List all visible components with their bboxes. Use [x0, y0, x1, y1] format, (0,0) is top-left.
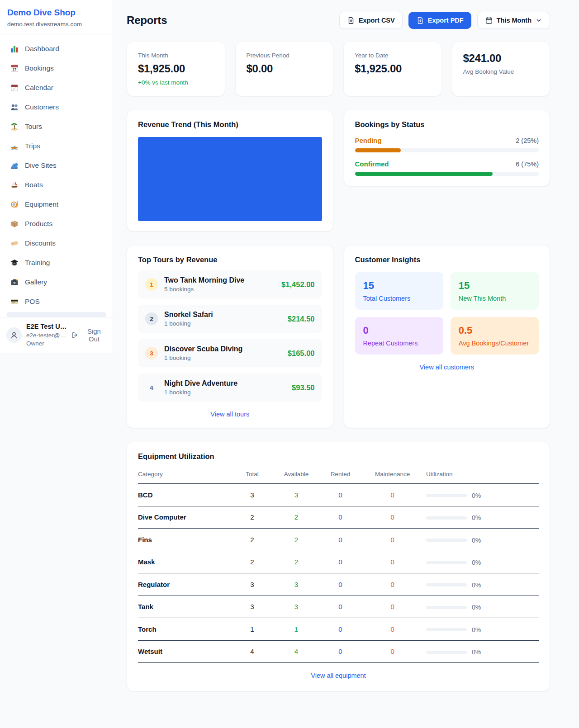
main-content: Reports Export CSV Export PDF This Month… [113, 0, 579, 719]
sidebar-item-bookings[interactable]: Bookings [5, 59, 107, 77]
cell-category: Fins [138, 529, 230, 551]
cell-available: 2 [274, 529, 318, 551]
sidebar-item-dashboard[interactable]: Dashboard [5, 40, 107, 58]
tour-revenue: $214.50 [288, 315, 315, 323]
sidebar-item-trips[interactable]: Trips [5, 137, 107, 155]
sidebar-item-label: Tours [25, 123, 42, 131]
insight-value: 15 [363, 280, 435, 292]
stat-trend: +0% vs last month [138, 79, 214, 86]
discounts-icon [10, 239, 19, 248]
tour-bookings: 5 bookings [164, 286, 275, 293]
table-row: Tank 3 3 0 0 0% [138, 596, 539, 618]
view-all-customers-link[interactable]: View all customers [355, 364, 539, 371]
avatar [6, 327, 22, 343]
training-icon [10, 258, 19, 267]
stat-card-avg-booking: $241.00 Avg Booking Value [452, 42, 551, 96]
rank-badge: 3 [145, 347, 158, 359]
utilization-bar [426, 651, 467, 654]
sidebar-item-partial [6, 312, 106, 317]
progress-fill [355, 148, 401, 152]
sidebar-item-gallery[interactable]: Gallery [5, 273, 107, 291]
utilization-percent: 0% [472, 559, 481, 566]
sidebar-item-label: Equipment [25, 200, 58, 208]
sidebar-item-equipment[interactable]: Equipment [5, 195, 107, 213]
cell-total: 2 [230, 506, 274, 529]
cell-maintenance: 0 [362, 551, 422, 573]
cell-available: 3 [274, 484, 318, 506]
sidebar-item-boats[interactable]: Boats [5, 176, 107, 194]
insight-tile: 15 Total Customers [355, 272, 443, 310]
user-role: Owner [26, 340, 66, 348]
customer-insights-card: Customer Insights 15 Total Customers 15 … [344, 245, 551, 428]
cell-total: 2 [230, 551, 274, 573]
utilization-bar [426, 494, 467, 497]
stat-card-this-month: This Month $1,925.00 +0% vs last month [127, 42, 225, 96]
insight-label: Repeat Customers [363, 340, 435, 347]
sidebar-item-tours[interactable]: Tours [5, 118, 107, 136]
sidebar-item-label: Products [25, 220, 52, 228]
file-download-icon [347, 16, 355, 24]
file-download-icon [416, 16, 424, 24]
insight-value: 0.5 [459, 325, 531, 336]
gallery-icon [10, 278, 19, 287]
calendar-icon [485, 16, 493, 24]
bookings-by-status-card: Bookings by Status Pending 2 (25%) Confi… [344, 110, 551, 186]
tour-revenue: $1,452.00 [281, 280, 314, 289]
cell-total: 2 [230, 529, 274, 551]
cell-utilization: 0% [422, 484, 539, 506]
cell-maintenance: 0 [362, 484, 422, 506]
export-pdf-button[interactable]: Export PDF [408, 12, 471, 29]
export-csv-button[interactable]: Export CSV [339, 12, 403, 29]
products-icon [10, 219, 19, 228]
sidebar-item-training[interactable]: Training [5, 254, 107, 272]
utilization-percent: 0% [472, 492, 481, 499]
period-dropdown[interactable]: This Month [477, 12, 550, 29]
tour-revenue: $93.50 [292, 383, 314, 392]
tour-bookings: 1 booking [164, 389, 285, 396]
view-all-tours-link[interactable]: View all tours [138, 411, 322, 418]
col-rented: Rented [318, 465, 362, 484]
cell-total: 3 [230, 573, 274, 596]
insight-label: New This Month [459, 295, 531, 302]
insight-value: 0 [363, 325, 435, 336]
tour-name: Discover Scuba Diving [164, 345, 281, 353]
boats-icon [10, 180, 19, 189]
cell-utilization: 0% [422, 551, 539, 573]
cell-utilization: 0% [422, 573, 539, 596]
sidebar-item-dive-sites[interactable]: Dive Sites [5, 156, 107, 175]
cell-maintenance: 0 [362, 506, 422, 529]
progress-track [355, 172, 539, 176]
cell-rented: 0 [318, 596, 362, 618]
revenue-trend-card: Revenue Trend (This Month) [127, 110, 333, 232]
sidebar-item-label: Dashboard [25, 45, 59, 53]
header-actions: Export CSV Export PDF This Month [339, 12, 550, 29]
chevron-down-icon [535, 17, 542, 24]
sidebar-item-pos[interactable]: POS [5, 293, 107, 311]
sidebar-item-label: Boats [25, 181, 43, 189]
sidebar-item-products[interactable]: Products [5, 215, 107, 233]
sidebar-item-customers[interactable]: Customers [5, 98, 107, 116]
shop-domain: demo.test.divestreams.com [7, 21, 105, 28]
sidebar-item-discounts[interactable]: Discounts [5, 234, 107, 252]
stats-row: This Month $1,925.00 +0% vs last month P… [127, 42, 550, 96]
page-title: Reports [127, 14, 167, 27]
table-row: Wetsuit 4 4 0 0 0% [138, 640, 539, 663]
cell-maintenance: 0 [362, 596, 422, 618]
status-count: 6 (75%) [516, 161, 539, 168]
progress-fill [355, 172, 493, 176]
view-all-equipment-link[interactable]: View all equipment [138, 672, 539, 679]
tour-row: 4 Night Dive Adventure 1 booking $93.50 [138, 373, 322, 402]
sign-out-button[interactable]: Sign Out [71, 327, 106, 343]
cell-utilization: 0% [422, 506, 539, 529]
sidebar-item-calendar[interactable]: Calendar [5, 79, 107, 97]
col-utilization: Utilization [422, 465, 539, 484]
cell-available: 1 [274, 618, 318, 641]
cell-available: 3 [274, 573, 318, 596]
sidebar-item-label: Calendar [25, 84, 53, 92]
utilization-percent: 0% [472, 514, 481, 521]
tour-name: Night Dive Adventure [164, 379, 285, 388]
col-category: Category [138, 465, 230, 484]
sidebar-item-label: POS [25, 298, 40, 306]
status-label: Confirmed [355, 160, 389, 168]
col-total: Total [230, 465, 274, 484]
